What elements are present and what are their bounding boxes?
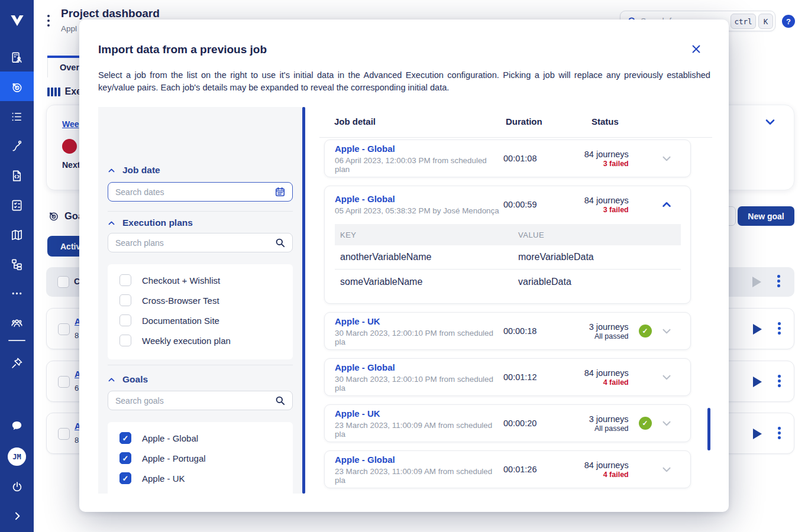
- execution-status-circle: [62, 139, 77, 154]
- kv-row: anotherVariableNamemoreVariableData: [335, 245, 681, 270]
- goals-header-kebab-icon[interactable]: [777, 275, 780, 287]
- checklist-icon[interactable]: [0, 197, 34, 213]
- job-row[interactable]: Apple - Global30 March 2023, 12:00:10 PM…: [324, 358, 691, 396]
- plans-search-input[interactable]: [115, 234, 266, 251]
- run-goal-play-icon[interactable]: [753, 324, 762, 335]
- job-detail-text: 30 March 2023, 12:00:10 PM from schedule…: [335, 329, 503, 346]
- search-icon[interactable]: [274, 395, 286, 408]
- filter-option[interactable]: ✓Apple - UK: [119, 471, 185, 485]
- job-name-link[interactable]: Apple - UK: [335, 316, 380, 326]
- help-button[interactable]: ?: [782, 15, 795, 28]
- users-icon[interactable]: [0, 315, 34, 330]
- execution-plans-section-header[interactable]: Execution plans: [107, 218, 193, 228]
- kv-value: moreVariableData: [518, 252, 594, 262]
- job-journeys-count: 84 journeys: [552, 150, 629, 159]
- list-icon[interactable]: [0, 109, 34, 124]
- filter-option[interactable]: ✓Apple - Global: [119, 431, 198, 445]
- modal-title: Import data from a previous job: [98, 43, 267, 56]
- panel-scrollbar[interactable]: [302, 107, 305, 494]
- expand-sidebar-chevron-icon[interactable]: [0, 508, 34, 524]
- job-row[interactable]: Apple - Global06 April 2023, 12:00:03 PM…: [324, 140, 691, 177]
- run-all-play-icon[interactable]: [752, 277, 761, 287]
- pin-icon[interactable]: [0, 355, 34, 371]
- job-date-search[interactable]: [108, 182, 293, 202]
- collapse-chevron-icon[interactable]: [763, 115, 777, 131]
- job-name-link[interactable]: Apple - Global: [335, 144, 395, 154]
- job-name-link[interactable]: Apple - Global: [335, 455, 395, 465]
- filter-option[interactable]: ✓Apple - Portugal: [119, 451, 206, 465]
- goals-search-input[interactable]: [115, 392, 266, 409]
- kv-column-key: KEY: [335, 231, 518, 239]
- checkbox-checked[interactable]: ✓: [119, 432, 131, 444]
- job-date-section-header[interactable]: Job date: [107, 165, 160, 176]
- job-row[interactable]: Apple - UK23 March 2023, 11:00:09 AM fro…: [324, 404, 691, 442]
- expand-chevron-icon[interactable]: [652, 417, 682, 430]
- checkbox-unchecked[interactable]: [119, 294, 131, 306]
- goal-kebab-icon[interactable]: [778, 427, 781, 439]
- job-name-link[interactable]: Apple - Global: [335, 362, 395, 372]
- job-name-link[interactable]: Apple - UK: [335, 408, 380, 419]
- map-icon[interactable]: [0, 227, 34, 242]
- job-date-search-input[interactable]: [115, 183, 266, 200]
- checkbox-unchecked[interactable]: [119, 314, 131, 326]
- filter-option[interactable]: Checkout + Wishlist: [119, 273, 220, 287]
- job-detail-text: 06 April 2023, 12:00:03 PM from schedule…: [335, 156, 503, 174]
- goals-filter-section-header[interactable]: Goals: [107, 374, 148, 385]
- modal-description: Select a job from the list on the right …: [98, 69, 710, 93]
- select-all-checkbox[interactable]: [57, 276, 69, 288]
- shortcut-key-ctrl: ctrl: [731, 14, 756, 29]
- run-goal-play-icon[interactable]: [753, 429, 762, 439]
- expand-chevron-icon[interactable]: [652, 325, 682, 338]
- more-icon[interactable]: [0, 286, 34, 301]
- expand-chevron-icon[interactable]: [652, 198, 682, 211]
- job-row[interactable]: Apple - UK30 March 2023, 12:00:10 PM fro…: [324, 312, 691, 350]
- goals-target-icon: [47, 210, 60, 222]
- job-duration: 00:01:26: [503, 465, 552, 474]
- goal-checkbox[interactable]: [58, 323, 70, 335]
- goal-checkbox[interactable]: [58, 376, 70, 388]
- job-name-link[interactable]: Apple - Global: [335, 194, 395, 204]
- avatar[interactable]: JM: [8, 447, 26, 466]
- job-status-text: 4 failed: [552, 471, 629, 479]
- filter-option[interactable]: Cross-Browser Test: [119, 293, 219, 307]
- checkbox-checked[interactable]: ✓: [119, 472, 131, 484]
- filter-option[interactable]: Documentation Site: [119, 313, 219, 327]
- goal-checkbox[interactable]: [58, 428, 70, 440]
- column-job-detail: Job detail: [334, 116, 376, 126]
- filter-divider: [108, 211, 293, 212]
- new-goal-button[interactable]: New goal: [738, 206, 794, 226]
- run-goal-play-icon[interactable]: [753, 377, 762, 387]
- chat-icon[interactable]: [0, 418, 34, 433]
- plans-search[interactable]: [108, 233, 293, 252]
- organization-icon[interactable]: [0, 50, 34, 65]
- logout-power-icon[interactable]: [0, 479, 34, 495]
- job-row[interactable]: Apple - Global23 March 2023, 11:00:09 AM…: [324, 450, 691, 488]
- goal-kebab-icon[interactable]: [778, 322, 781, 335]
- code-file-icon[interactable]: [0, 168, 34, 183]
- weekly-plan-link[interactable]: Wee: [62, 119, 79, 129]
- goal-kebab-icon[interactable]: [778, 375, 781, 387]
- calendar-icon[interactable]: [274, 186, 286, 200]
- filter-option-label: Weekly execution plan: [142, 336, 231, 346]
- filter-option-label: Apple - Portugal: [142, 453, 206, 463]
- checkbox-checked[interactable]: ✓: [119, 452, 131, 464]
- checkbox-unchecked[interactable]: [119, 274, 131, 286]
- page-menu-kebab-icon[interactable]: [47, 15, 50, 27]
- close-icon[interactable]: [690, 43, 703, 56]
- goals-search[interactable]: [108, 391, 293, 410]
- jobs-scrollbar[interactable]: [707, 408, 710, 450]
- checkbox-unchecked[interactable]: [119, 335, 131, 346]
- virtuoso-logo[interactable]: [0, 6, 34, 34]
- job-journeys-count: 84 journeys: [552, 368, 629, 378]
- expand-chevron-icon[interactable]: [652, 152, 682, 165]
- import-data-modal: Import data from a previous job Select a…: [79, 20, 729, 512]
- journeys-icon[interactable]: [0, 138, 34, 154]
- job-row[interactable]: Apple - Global05 April 2023, 05:38:32 PM…: [324, 186, 691, 304]
- expand-chevron-icon[interactable]: [652, 371, 682, 384]
- search-icon[interactable]: [274, 237, 286, 251]
- filter-panel: Job date Execution plans Checkout + Wish…: [98, 107, 302, 494]
- expand-chevron-icon[interactable]: [652, 463, 682, 476]
- filter-option[interactable]: Weekly execution plan: [119, 333, 231, 348]
- flowchart-icon[interactable]: [0, 257, 34, 272]
- goals-target-icon[interactable]: [0, 79, 34, 95]
